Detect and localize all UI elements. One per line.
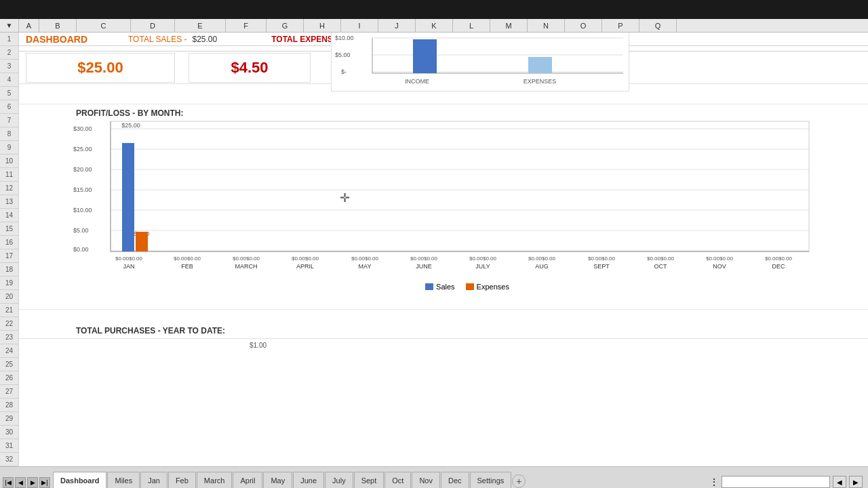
row-num-26: 26 [0, 371, 18, 385]
spacer3 [19, 296, 868, 310]
row-num-24: 24 [0, 344, 18, 358]
col-header-K: K [416, 19, 453, 32]
tab-dec[interactable]: Dec [441, 472, 469, 488]
legend-sales: Sales [425, 283, 455, 291]
tab-april[interactable]: April [233, 472, 262, 488]
spreadsheet-container: ▼ ABCDEFGHIJKLMNOPQ 12345678910111213141… [0, 19, 868, 466]
sheet-navigate-input[interactable] [722, 476, 830, 488]
svg-text:$0.00$0.00: $0.00$0.00 [647, 256, 675, 262]
svg-text:JUNE: JUNE [416, 263, 432, 270]
top-bar [0, 0, 868, 19]
mini-chart: $10.00 $5.00 $- INCOME EXPENSES [331, 33, 629, 92]
tab-sept[interactable]: Sept [354, 472, 384, 488]
svg-text:$0.00$0.00: $0.00$0.00 [174, 256, 201, 262]
svg-text:$5.00: $5.00 [73, 227, 89, 234]
col-header-O: O [565, 19, 602, 32]
row-num-1: 1 [0, 33, 18, 46]
svg-text:$0.00$0.00: $0.00$0.00 [233, 256, 260, 262]
expenses-bar [528, 57, 552, 73]
col-header-L: L [453, 19, 490, 32]
row-num-13: 13 [0, 195, 18, 209]
tab-oct[interactable]: Oct [384, 472, 411, 488]
expenses-legend-color [466, 283, 474, 290]
svg-text:$0.00$0.00: $0.00$0.00 [469, 256, 497, 262]
row-num-8: 8 [0, 127, 18, 141]
tab-settings[interactable]: Settings [470, 472, 512, 488]
col-header-M: M [490, 19, 528, 32]
legend-expenses: Expenses [466, 283, 509, 291]
tab-nav-right-right[interactable]: ▶| [39, 477, 50, 488]
sheet-options-dots[interactable]: ⋮ [709, 476, 719, 487]
sales-legend-color [425, 283, 433, 290]
svg-text:$15.00: $15.00 [73, 186, 92, 193]
tab-dashboard[interactable]: Dashboard [53, 472, 106, 488]
row-num-19: 19 [0, 277, 18, 290]
row-num-23: 23 [0, 331, 18, 344]
col-header-F: F [226, 19, 267, 32]
row-num-31: 31 [0, 439, 18, 453]
row-num-28: 28 [0, 399, 18, 412]
svg-text:$0.00$0.00: $0.00$0.00 [351, 256, 379, 262]
purchases-y-label: $1.00 [19, 338, 868, 349]
row-num-10: 10 [0, 155, 18, 168]
svg-text:EXPENSES: EXPENSES [524, 78, 557, 85]
mini-chart-svg: $10.00 $5.00 $- INCOME EXPENSES [332, 33, 629, 92]
sheet-nav-next[interactable]: ▶ [849, 476, 863, 488]
row-num-32: 32 [0, 453, 18, 466]
svg-text:$0.00$0.00: $0.00$0.00 [706, 256, 734, 262]
svg-text:SEPT: SEPT [593, 263, 610, 270]
sales-box: $25.00 [26, 53, 175, 83]
tab-nav-left[interactable]: ◀ [15, 477, 26, 488]
tab-nav-right[interactable]: ▶ [27, 477, 38, 488]
tab-may[interactable]: May [263, 472, 292, 488]
profit-loss-chart-svg: $30.00 $25.00 $20.00 $15.00 $10.00 $5.00… [73, 121, 812, 283]
svg-text:$5.00: $5.00 [335, 52, 351, 58]
svg-text:JAN: JAN [123, 263, 134, 270]
row-num-30: 30 [0, 426, 18, 439]
row-num-25: 25 [0, 358, 18, 371]
total-purchases-title: TOTAL PURCHASES - YEAR TO DATE: [19, 323, 868, 338]
svg-text:$0.00$0.00: $0.00$0.00 [410, 256, 438, 262]
row-numbers: 1234567891011121314151617181920212223242… [0, 33, 19, 466]
svg-text:NOV: NOV [713, 263, 726, 270]
row-num-11: 11 [0, 168, 18, 182]
tab-july[interactable]: July [325, 472, 353, 488]
svg-text:APRIL: APRIL [296, 263, 314, 270]
tab-march[interactable]: March [197, 472, 233, 488]
row-num-17: 17 [0, 249, 18, 263]
tab-miles[interactable]: Miles [107, 472, 140, 488]
add-sheet-button[interactable]: + [512, 474, 526, 488]
row-num-20: 20 [0, 290, 18, 304]
tabs-bar: |◀ ◀ ▶ ▶| DashboardMilesJanFebMarchApril… [0, 466, 868, 488]
row-num-9: 9 [0, 141, 18, 155]
income-bar [413, 39, 437, 73]
expenses-big-value: $4.50 [231, 59, 268, 77]
tab-feb[interactable]: Feb [168, 472, 196, 488]
svg-text:MARCH: MARCH [235, 263, 258, 270]
expenses-box: $4.50 [189, 53, 311, 83]
tab-jan[interactable]: Jan [140, 472, 167, 488]
tab-june[interactable]: June [293, 472, 324, 488]
tab-nav-left-left[interactable]: |◀ [3, 477, 14, 488]
summary-area: $25.00 $4.50 $10.00 $5.00 $- [19, 52, 868, 84]
svg-text:$25.00: $25.00 [73, 146, 92, 152]
col-header-G: G [267, 19, 304, 32]
row-num-2: 2 [0, 46, 18, 60]
grid-area: 1234567891011121314151617181920212223242… [0, 33, 868, 466]
row-num-18: 18 [0, 263, 18, 277]
svg-text:JULY: JULY [475, 263, 490, 270]
svg-text:$-: $- [341, 68, 347, 75]
row-num-21: 21 [0, 304, 18, 317]
svg-rect-24 [111, 121, 809, 251]
col-header-D: D [131, 19, 175, 32]
svg-text:$0.00$0.00: $0.00$0.00 [588, 256, 616, 262]
svg-text:$0.00$0.00: $0.00$0.00 [115, 256, 143, 262]
row-num-15: 15 [0, 222, 18, 236]
svg-text:$0.00$0.00: $0.00$0.00 [528, 256, 556, 262]
col-header-B: B [39, 19, 77, 32]
sheet-tabs: DashboardMilesJanFebMarchAprilMayJuneJul… [53, 472, 512, 488]
bar-chart-area: $30.00 $25.00 $20.00 $15.00 $10.00 $5.00… [19, 121, 868, 293]
sheet-nav-prev[interactable]: ◀ [833, 476, 846, 488]
tab-nov[interactable]: Nov [412, 472, 440, 488]
col-header-I: I [341, 19, 378, 32]
